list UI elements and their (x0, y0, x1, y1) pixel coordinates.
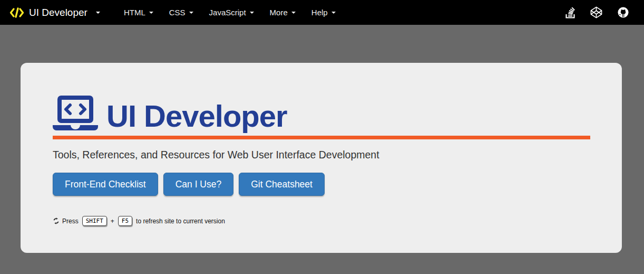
brand-label: UI Developer (29, 7, 87, 18)
chevron-down-icon (96, 12, 100, 14)
chevron-down-icon (250, 12, 254, 14)
can-i-use-button[interactable]: Can I Use? (163, 173, 234, 196)
stack-overflow-icon[interactable] (565, 7, 575, 18)
nav-item-label: JavaScript (209, 8, 246, 17)
front-end-checklist-button[interactable]: Front-End Checklist (53, 173, 158, 196)
chevron-down-icon (189, 12, 193, 14)
codepen-icon[interactable] (590, 6, 602, 18)
nav-item-html[interactable]: HTML (116, 0, 161, 25)
nav-item-more[interactable]: More (262, 0, 304, 25)
nav-item-label: CSS (169, 8, 186, 17)
nav-icons (565, 6, 635, 18)
nav-item-label: More (270, 8, 288, 17)
chevron-down-icon (149, 12, 153, 14)
brand[interactable]: UI Developer (9, 6, 100, 19)
title-row: UI Developer (53, 96, 590, 130)
refresh-icon (53, 218, 60, 224)
code-icon (9, 6, 24, 19)
page-title: UI Developer (106, 101, 287, 130)
nav-item-css[interactable]: CSS (161, 0, 201, 25)
note-prefix: Press (62, 218, 79, 225)
chevron-down-icon (291, 12, 296, 14)
nav-item-label: HTML (124, 8, 145, 17)
button-row: Front-End Checklist Can I Use? Git Cheat… (53, 173, 590, 196)
note-suffix: to refresh site to current version (136, 218, 225, 225)
git-cheatsheet-button[interactable]: Git Cheatsheet (239, 173, 325, 196)
f5-key: F5 (118, 216, 132, 226)
nav-item-javascript[interactable]: JavaScript (201, 0, 262, 25)
refresh-note: Press SHIFT + F5 to refresh site to curr… (53, 216, 590, 226)
chevron-down-icon (331, 12, 336, 14)
laptop-code-icon (53, 96, 98, 130)
note-separator: + (111, 218, 114, 225)
nav-item-label: Help (311, 8, 328, 17)
navbar: UI Developer HTML CSS JavaScript More He… (0, 0, 644, 25)
main-card: UI Developer Tools, References, and Reso… (21, 63, 622, 253)
shift-key: SHIFT (82, 216, 107, 226)
page-subtitle: Tools, References, and Resources for Web… (53, 149, 590, 161)
nav-item-help[interactable]: Help (304, 0, 344, 25)
nav-links: HTML CSS JavaScript More Help (116, 0, 344, 25)
github-icon[interactable] (617, 6, 629, 18)
accent-rule (53, 136, 590, 139)
